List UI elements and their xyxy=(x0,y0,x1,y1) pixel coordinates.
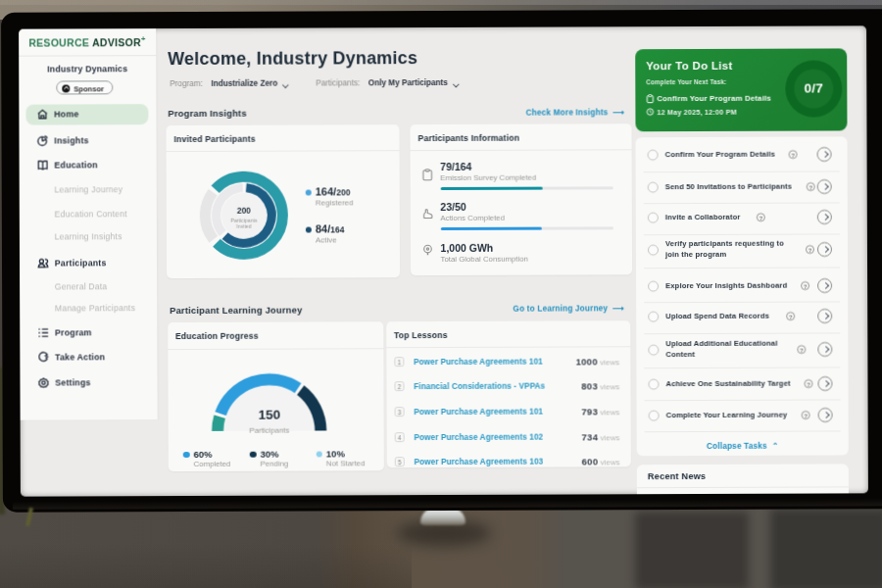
svg-text:Invited: Invited xyxy=(236,222,251,228)
svg-text:Participants: Participants xyxy=(230,217,258,222)
svg-text:200: 200 xyxy=(236,205,250,215)
